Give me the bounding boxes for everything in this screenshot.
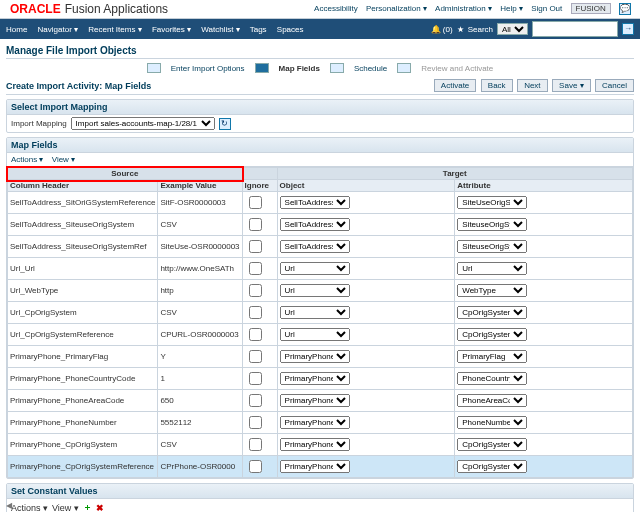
nav-left: Home Navigator ▾ Recent Items ▾ Favorite… bbox=[6, 25, 312, 34]
help-menu[interactable]: Help ▾ bbox=[500, 4, 523, 13]
nav-spaces[interactable]: Spaces bbox=[277, 25, 304, 34]
table-row[interactable]: Url_WebTypehttpUrlWebType bbox=[8, 280, 633, 302]
table-row[interactable]: PrimaryPhone_PhoneAreaCode650PrimaryPhon… bbox=[8, 390, 633, 412]
subheader-title: Create Import Activity: Map Fields bbox=[6, 81, 151, 91]
cell-ignore[interactable] bbox=[242, 280, 277, 302]
cell-attribute-select[interactable]: CpOrigSystemR bbox=[457, 460, 527, 473]
activate-button[interactable]: Activate bbox=[434, 79, 476, 92]
cell-ignore[interactable] bbox=[242, 324, 277, 346]
search-label: Search bbox=[468, 25, 493, 34]
cell-example-value: http bbox=[158, 280, 242, 302]
next-button[interactable]: Next bbox=[517, 79, 547, 92]
cell-ignore[interactable] bbox=[242, 456, 277, 478]
accessibility-link[interactable]: Accessibility bbox=[314, 4, 358, 13]
cell-object-select[interactable]: SellToAddress bbox=[280, 196, 350, 209]
cell-object-select[interactable]: PrimaryPhone bbox=[280, 416, 350, 429]
group-source: Source bbox=[8, 168, 243, 180]
nav-navigator[interactable]: Navigator ▾ bbox=[38, 25, 78, 34]
cell-attribute-select[interactable]: PrimaryFlag bbox=[457, 350, 527, 363]
cell-attribute-select[interactable]: SiteuseOrigSystem bbox=[457, 218, 527, 231]
mf-view-menu[interactable]: View ▾ bbox=[52, 155, 75, 164]
cell-ignore[interactable] bbox=[242, 346, 277, 368]
cell-ignore[interactable] bbox=[242, 192, 277, 214]
signout-link[interactable]: Sign Out bbox=[531, 4, 562, 13]
cell-object-select[interactable]: Url bbox=[280, 328, 350, 341]
cell-example-value: SitF-OSR0000003 bbox=[158, 192, 242, 214]
chat-icon[interactable]: 💬 bbox=[619, 3, 631, 15]
cell-object-select[interactable]: Url bbox=[280, 262, 350, 275]
cell-object-select[interactable]: Url bbox=[280, 284, 350, 297]
cell-example-value: CPURL-OSR0000003 bbox=[158, 324, 242, 346]
import-mapping-header: Select Import Mapping bbox=[7, 100, 633, 115]
search-input[interactable] bbox=[532, 21, 618, 37]
cell-ignore[interactable] bbox=[242, 368, 277, 390]
cell-ignore[interactable] bbox=[242, 302, 277, 324]
wiz-step-3[interactable]: Schedule bbox=[354, 64, 387, 73]
import-mapping-select[interactable]: Import sales-accounts-map-1/28/1 bbox=[71, 117, 215, 130]
refresh-icon[interactable]: ↻ bbox=[219, 118, 231, 130]
cell-attribute-select[interactable]: PhoneCountryCo bbox=[457, 372, 527, 385]
cell-example-value: 650 bbox=[158, 390, 242, 412]
delete-icon[interactable]: ✖ bbox=[96, 503, 104, 513]
cell-object-select[interactable]: PrimaryPhone bbox=[280, 438, 350, 451]
table-row[interactable]: SellToAddress_SitOriGSystemReferenceSitF… bbox=[8, 192, 633, 214]
cell-object-select[interactable]: PrimaryPhone bbox=[280, 394, 350, 407]
nav-watchlist[interactable]: Watchlist ▾ bbox=[201, 25, 239, 34]
cv-actions-menu[interactable]: Actions ▾ bbox=[11, 503, 48, 513]
cell-example-value: 5552112 bbox=[158, 412, 242, 434]
cell-attribute-select[interactable]: Url bbox=[457, 262, 527, 275]
cell-attribute-select[interactable]: SiteUseOrigSystem bbox=[457, 196, 527, 209]
cell-ignore[interactable] bbox=[242, 214, 277, 236]
table-row[interactable]: PrimaryPhone_CpOrigSystemCSVPrimaryPhone… bbox=[8, 434, 633, 456]
cell-object-select[interactable]: SellToAddress bbox=[280, 218, 350, 231]
table-row[interactable]: SellToAddress_SiteuseOrigSystemRefSiteUs… bbox=[8, 236, 633, 258]
footer-back-icon[interactable]: ◀ bbox=[6, 501, 12, 510]
table-row[interactable]: SellToAddress_SiteuseOrigSystemCSVSellTo… bbox=[8, 214, 633, 236]
nav-tags[interactable]: Tags bbox=[250, 25, 267, 34]
cell-attribute-select[interactable]: WebType bbox=[457, 284, 527, 297]
cell-attribute-select[interactable]: CpOrigSystemR bbox=[457, 328, 527, 341]
cell-attribute-select[interactable]: PhoneAreaCode bbox=[457, 394, 527, 407]
table-row[interactable]: Url_CpOrigSystemReferenceCPURL-OSR000000… bbox=[8, 324, 633, 346]
mf-actions-menu[interactable]: Actions ▾ bbox=[11, 155, 43, 164]
wizard-train: Enter Import Options Map Fields Schedule… bbox=[6, 63, 634, 73]
cell-attribute-select[interactable]: CpOrigSystem bbox=[457, 306, 527, 319]
cell-object-select[interactable]: PrimaryPhone bbox=[280, 350, 350, 363]
cell-ignore[interactable] bbox=[242, 434, 277, 456]
table-row[interactable]: PrimaryPhone_PhoneNumber5552112PrimaryPh… bbox=[8, 412, 633, 434]
table-row[interactable]: PrimaryPhone_PrimaryFlagYPrimaryPhonePri… bbox=[8, 346, 633, 368]
search-go-icon[interactable]: → bbox=[622, 23, 634, 35]
cell-object-select[interactable]: PrimaryPhone bbox=[280, 460, 350, 473]
search-scope[interactable]: All bbox=[497, 23, 528, 35]
table-row[interactable]: Url_Urlhttp://www.OneSAThUrlUrl bbox=[8, 258, 633, 280]
cell-attribute-select[interactable]: PhoneNumber bbox=[457, 416, 527, 429]
cell-object-select[interactable]: PrimaryPhone bbox=[280, 372, 350, 385]
administration-menu[interactable]: Administration ▾ bbox=[435, 4, 492, 13]
nav-home[interactable]: Home bbox=[6, 25, 27, 34]
add-icon[interactable]: ＋ bbox=[83, 501, 92, 512]
back-button[interactable]: Back bbox=[481, 79, 513, 92]
cell-object-select[interactable]: SellToAddress bbox=[280, 240, 350, 253]
cell-ignore[interactable] bbox=[242, 390, 277, 412]
cell-example-value: SiteUse-OSR0000003 bbox=[158, 236, 242, 258]
flag-icon[interactable]: 🔔 (0) bbox=[431, 25, 453, 34]
cell-attribute-select[interactable]: CpOrigSystem bbox=[457, 438, 527, 451]
save-button[interactable]: Save ▾ bbox=[552, 79, 590, 92]
nav-favorites[interactable]: Favorites ▾ bbox=[152, 25, 191, 34]
nav-recent[interactable]: Recent Items ▾ bbox=[88, 25, 141, 34]
cv-view-menu[interactable]: View ▾ bbox=[52, 503, 79, 513]
wiz-step-2[interactable]: Map Fields bbox=[279, 64, 320, 73]
wiz-step-1[interactable]: Enter Import Options bbox=[171, 64, 245, 73]
cell-attribute-select[interactable]: SiteuseOrigSyst bbox=[457, 240, 527, 253]
cell-object-select[interactable]: Url bbox=[280, 306, 350, 319]
star-icon[interactable]: ★ bbox=[457, 25, 464, 34]
map-fields-table: Source Target Column Header Example Valu… bbox=[7, 167, 633, 478]
table-row[interactable]: Url_CpOrigSystemCSVUrlCpOrigSystem bbox=[8, 302, 633, 324]
cancel-button[interactable]: Cancel bbox=[595, 79, 634, 92]
table-row[interactable]: PrimaryPhone_CpOrigSystemReferenceCPrPho… bbox=[8, 456, 633, 478]
personalization-menu[interactable]: Personalization ▾ bbox=[366, 4, 427, 13]
table-row[interactable]: PrimaryPhone_PhoneCountryCode1PrimaryPho… bbox=[8, 368, 633, 390]
cell-ignore[interactable] bbox=[242, 412, 277, 434]
cell-ignore[interactable] bbox=[242, 236, 277, 258]
cell-ignore[interactable] bbox=[242, 258, 277, 280]
